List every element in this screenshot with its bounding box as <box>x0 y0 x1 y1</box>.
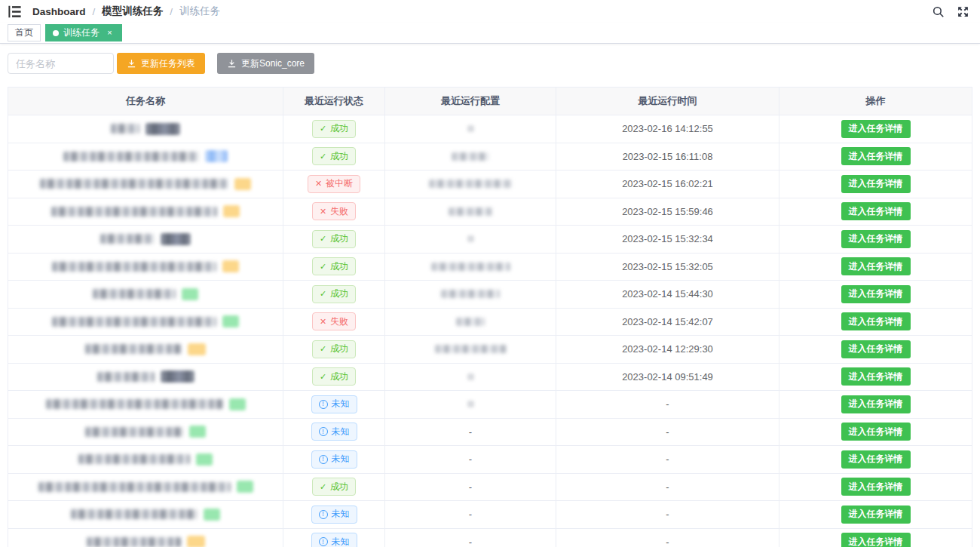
action-cell: 进入任务详情 <box>779 171 972 198</box>
time-cell: 2023-02-15 15:59:46 <box>556 198 779 226</box>
status-badge-success: ✓成功 <box>312 478 356 496</box>
tab-home-label: 首页 <box>15 26 33 39</box>
status-badge-unknown: !未知 <box>311 423 357 441</box>
status-label: 成功 <box>330 343 348 355</box>
status-label: 未知 <box>332 426 350 438</box>
table-header-row: 任务名称 最近运行状态 最近运行配置 最近运行时间 操作 <box>8 88 972 115</box>
enter-task-detail-button[interactable]: 进入任务详情 <box>841 147 911 165</box>
task-tag-dark <box>161 233 191 245</box>
redacted-task-name <box>71 509 198 519</box>
check-icon: ✓ <box>320 263 326 271</box>
enter-task-detail-button[interactable]: 进入任务详情 <box>841 423 911 441</box>
enter-task-detail-button[interactable]: 进入任务详情 <box>841 340 911 358</box>
tab-home[interactable]: 首页 <box>8 24 41 41</box>
config-cell <box>385 336 556 363</box>
breadcrumb-item[interactable]: 模型训练任务 <box>102 5 163 18</box>
time-cell: 2023-02-14 12:29:30 <box>556 336 779 363</box>
redacted-config <box>435 345 507 353</box>
column-header-actions: 操作 <box>779 88 972 115</box>
cross-icon: ✕ <box>320 207 326 216</box>
action-cell: 进入任务详情 <box>779 254 972 281</box>
check-icon: ✓ <box>320 124 326 133</box>
redacted-config <box>429 180 512 188</box>
task-name-cell <box>8 391 283 418</box>
redacted-task-name <box>100 234 155 244</box>
enter-task-detail-button[interactable]: 进入任务详情 <box>841 312 911 330</box>
search-icon[interactable] <box>932 5 945 18</box>
check-icon: ✓ <box>320 290 326 298</box>
enter-task-detail-button[interactable]: 进入任务详情 <box>841 506 911 524</box>
info-circle-icon: ! <box>319 400 328 409</box>
tab-training-tasks[interactable]: 训练任务 × <box>45 24 122 41</box>
enter-task-detail-button[interactable]: 进入任务详情 <box>841 257 911 275</box>
redacted-config <box>467 235 474 242</box>
action-cell: 进入任务详情 <box>779 143 972 171</box>
redacted-config <box>467 401 474 407</box>
task-name-cell <box>8 281 283 308</box>
close-tab-icon[interactable]: × <box>105 28 115 38</box>
status-cell: ✕失败 <box>283 198 385 226</box>
time-cell: - <box>556 391 779 418</box>
download-icon <box>227 59 237 69</box>
sidebar-toggle-icon[interactable] <box>8 5 22 18</box>
enter-task-detail-button[interactable]: 进入任务详情 <box>841 395 911 413</box>
time-cell: - <box>556 419 779 446</box>
time-cell: 2023-02-14 15:42:07 <box>556 309 779 336</box>
redacted-task-name <box>85 427 183 437</box>
check-icon: ✓ <box>320 483 326 491</box>
enter-task-detail-button[interactable]: 进入任务详情 <box>841 533 911 547</box>
update-sonic-core-button[interactable]: 更新Sonic_core <box>217 53 314 74</box>
task-name-cell <box>8 143 283 171</box>
task-tag-green <box>196 453 213 466</box>
status-label: 被中断 <box>326 177 353 190</box>
action-cell: 进入任务详情 <box>779 364 972 391</box>
action-cell: 进入任务详情 <box>779 474 972 501</box>
enter-task-detail-button[interactable]: 进入任务详情 <box>841 175 911 193</box>
status-label: 未知 <box>332 398 350 410</box>
redacted-task-name <box>97 372 155 382</box>
enter-task-detail-button[interactable]: 进入任务详情 <box>841 450 911 469</box>
update-task-list-button[interactable]: 更新任务列表 <box>117 53 205 74</box>
breadcrumb-item: 训练任务 <box>179 5 220 18</box>
status-badge-unknown: !未知 <box>311 395 357 413</box>
status-label: 失败 <box>330 205 348 218</box>
enter-task-detail-button[interactable]: 进入任务详情 <box>841 367 911 386</box>
config-cell: - <box>385 501 556 528</box>
task-tag-green <box>189 426 206 438</box>
fullscreen-icon[interactable] <box>957 5 969 18</box>
config-cell <box>385 115 556 143</box>
action-cell: 进入任务详情 <box>779 336 972 363</box>
tags-view-bar: 首页 训练任务 × <box>0 23 980 44</box>
redacted-config <box>441 290 500 298</box>
table-row: !未知-进入任务详情 <box>8 390 972 418</box>
task-name-cell <box>8 171 283 198</box>
status-badge-success: ✓成功 <box>312 230 356 248</box>
status-label: 未知 <box>332 536 350 547</box>
redacted-task-name <box>87 537 181 547</box>
status-badge-success: ✓成功 <box>312 285 356 303</box>
enter-task-detail-button[interactable]: 进入任务详情 <box>841 120 911 138</box>
table-row: ✓成功2023-02-15 16:11:08进入任务详情 <box>8 143 972 171</box>
time-cell: 2023-02-15 15:32:05 <box>556 254 779 281</box>
task-name-input[interactable] <box>8 53 114 74</box>
enter-task-detail-button[interactable]: 进入任务详情 <box>841 478 911 496</box>
enter-task-detail-button[interactable]: 进入任务详情 <box>841 202 911 220</box>
redacted-config <box>449 207 492 216</box>
time-cell: 2023-02-14 09:51:49 <box>556 364 779 391</box>
check-icon: ✓ <box>320 373 326 381</box>
task-tag-green <box>204 509 220 521</box>
time-cell: - <box>556 501 779 528</box>
table-row: ✕被中断2023-02-15 16:02:21进入任务详情 <box>8 170 972 198</box>
status-badge-success: ✓成功 <box>312 340 356 358</box>
column-header-task-name: 任务名称 <box>8 88 283 115</box>
breadcrumb-item[interactable]: Dashboard <box>32 6 86 17</box>
task-tag-green <box>222 315 239 327</box>
enter-task-detail-button[interactable]: 进入任务详情 <box>841 285 911 303</box>
info-circle-icon: ! <box>319 455 328 464</box>
column-header-last-run-status: 最近运行状态 <box>283 88 385 115</box>
redacted-task-name <box>51 207 217 217</box>
status-label: 未知 <box>332 453 350 466</box>
time-cell: 2023-02-14 15:44:30 <box>556 281 779 308</box>
table-row: ✓成功2023-02-15 15:32:34进入任务详情 <box>8 225 972 253</box>
enter-task-detail-button[interactable]: 进入任务详情 <box>841 230 911 248</box>
